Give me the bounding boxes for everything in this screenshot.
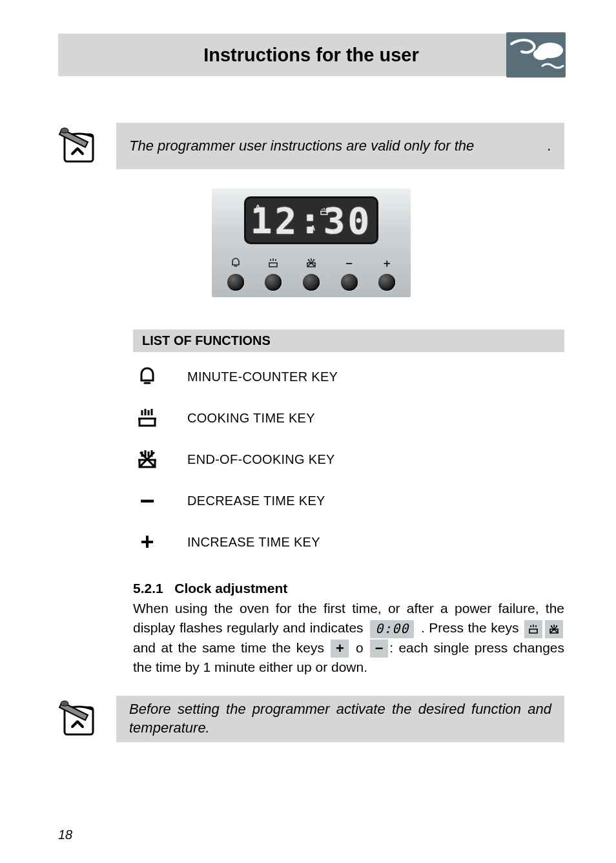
note-icon [58,123,105,169]
minus-icon: − [133,488,161,514]
function-decrease-time: − DECREASE TIME KEY [133,488,564,514]
svg-point-2 [533,48,549,60]
list-of-functions-title: LIST OF FUNCTIONS [142,333,271,348]
end-of-cooking-button [297,257,325,291]
bell-icon [133,364,161,390]
function-label: DECREASE TIME KEY [187,494,325,508]
function-cooking-time: COOKING TIME KEY [133,405,564,431]
programmer-panel-image: A 12:30 A [212,189,411,297]
function-minute-counter: MINUTE-COUNTER KEY [133,364,564,390]
pot-icon [259,257,287,270]
function-label: INCREASE TIME KEY [187,535,320,550]
note-text: Before setting the programmer activate t… [129,700,551,737]
pot-icon [524,620,542,638]
function-increase-time: + INCREASE TIME KEY [133,529,564,555]
plus-icon: + [373,257,401,270]
brand-logo [506,32,566,78]
cooking-time-button [259,257,287,291]
function-label: MINUTE-COUNTER KEY [187,369,338,384]
pot-cross-icon [545,620,563,638]
clock-adjustment-heading: 5.2.1 Clock adjustment [133,581,564,596]
text: . Press the keys [421,620,519,635]
note-icon [58,696,105,742]
lcd-pot-icon [320,207,329,217]
page-title: Instructions for the user [203,45,419,66]
bell-icon [221,257,250,270]
note-programmer-validity: The programmer user instructions are val… [58,123,564,169]
svg-point-6 [61,701,68,706]
note-band: Before setting the programmer activate t… [116,696,564,742]
clock-adjustment-paragraph: When using the oven for the first time, … [133,599,564,678]
note-trailing-period: . [548,137,551,156]
header-band: Instructions for the user [58,34,564,76]
functions-list: MINUTE-COUNTER KEY COOKING TIME KEY END-… [133,364,564,555]
heading-number: 5.2.1 [133,581,163,596]
minute-counter-button [221,257,250,291]
function-label: COOKING TIME KEY [187,411,315,426]
text: and at the same time the keys [133,640,324,655]
function-end-of-cooking: END-OF-COOKING KEY [133,446,564,472]
note-band: The programmer user instructions are val… [116,123,564,169]
heading-text: Clock adjustment [174,581,287,596]
list-of-functions-heading: LIST OF FUNCTIONS [133,329,564,352]
increase-button: + [373,257,401,291]
function-label: END-OF-COOKING KEY [187,452,335,467]
lcd-sub-indicator: A [311,225,315,232]
decrease-button: − [335,257,364,291]
note-before-setting: Before setting the programmer activate t… [58,696,564,742]
minus-icon: − [370,639,388,658]
svg-point-4 [61,128,68,133]
display-chip-000: 0:00 [370,620,414,638]
lcd-indicator-A: A [255,203,261,213]
note-text: The programmer user instructions are val… [129,137,548,156]
minus-icon: − [335,257,364,270]
pot-cross-icon [133,446,161,472]
programmer-lcd: A 12:30 A [244,196,378,244]
page-number: 18 [58,827,72,842]
pot-cross-icon [297,257,325,270]
plus-icon: + [331,639,349,658]
plus-icon: + [133,529,161,555]
pot-icon [133,405,161,431]
lcd-time: 12:30 [251,200,373,242]
connector-o: o [356,640,364,655]
